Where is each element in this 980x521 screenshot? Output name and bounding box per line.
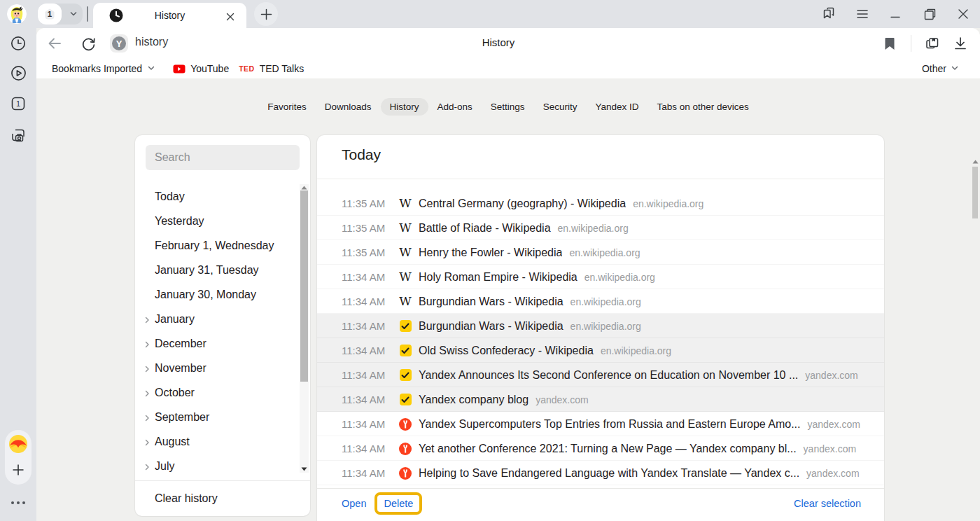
bookmark-youtube[interactable]: YouTube: [173, 63, 229, 74]
delete-highlight-box: Delete: [374, 492, 422, 515]
scrollbar-thumb[interactable]: [300, 190, 308, 382]
tabstrip-separator: [87, 6, 88, 22]
user-avatar[interactable]: [7, 4, 27, 24]
scroll-up-icon[interactable]: [971, 158, 979, 165]
history-row-title[interactable]: Henry the Fowler - Wikipedia: [419, 246, 562, 259]
delete-link[interactable]: Delete: [384, 498, 413, 509]
date-item-label: January 30, Monday: [155, 289, 256, 301]
browser-menu-icon[interactable]: [846, 0, 879, 28]
history-row[interactable]: 11:34 AMYandex Announces Its Second Conf…: [317, 363, 884, 387]
history-row-time: 11:34 AM: [342, 418, 391, 430]
page-title: History: [27, 36, 970, 48]
history-row-domain: en.wikipedia.org: [584, 272, 655, 283]
svg-text:1: 1: [48, 10, 52, 18]
history-row[interactable]: 11:35 AMWCentral Germany (geography) - W…: [317, 191, 884, 216]
selected-checkbox-icon[interactable]: [400, 345, 412, 356]
scroll-down-icon[interactable]: [300, 466, 309, 473]
history-row[interactable]: 11:34 AMWHoly Roman Empire - Wikipediaen…: [317, 265, 884, 289]
scrollbar-thumb[interactable]: [972, 167, 978, 218]
date-list-item[interactable]: September: [135, 405, 310, 429]
date-list-item[interactable]: July: [135, 454, 310, 478]
history-row-title[interactable]: Battle of Riade - Wikipedia: [419, 222, 551, 235]
history-row[interactable]: 11:34 AMYandex Supercomputers Top Entrie…: [317, 412, 884, 436]
sidebar: 1: [0, 0, 36, 521]
history-row[interactable]: 11:35 AMWBattle of Riade - Wikipediaen.w…: [317, 216, 884, 240]
selected-checkbox-icon[interactable]: [400, 394, 412, 405]
history-row[interactable]: 11:34 AMOld Swiss Confederacy - Wikipedi…: [317, 338, 884, 363]
new-tab-button[interactable]: [254, 2, 278, 26]
date-list-item[interactable]: December: [135, 331, 310, 356]
nav-tab-add-ons[interactable]: Add-ons: [428, 98, 482, 116]
page-scrollbar[interactable]: [970, 157, 980, 521]
tabs-panel-icon[interactable]: 1: [0, 92, 36, 116]
history-row-title[interactable]: Central Germany (geography) - Wikipedia: [419, 197, 626, 210]
bookmark-ted-talks[interactable]: TED TED Talks: [239, 63, 304, 74]
tab-strip: 1 History: [36, 0, 980, 28]
history-row-time: 11:34 AM: [342, 271, 391, 283]
selected-checkbox-icon[interactable]: [400, 320, 412, 332]
nav-tab-settings[interactable]: Settings: [482, 98, 534, 116]
date-list-scrollbar[interactable]: [300, 184, 309, 473]
window-minimize-icon[interactable]: [879, 0, 913, 28]
window-close-icon[interactable]: [946, 0, 980, 28]
sidebar-more-icon[interactable]: [0, 496, 36, 510]
history-row[interactable]: 11:35 AMWHenry the Fowler - Wikipediaen.…: [317, 240, 884, 265]
downloads-icon[interactable]: [946, 33, 974, 54]
sidebar-add-icon[interactable]: [0, 459, 36, 481]
history-row[interactable]: 11:34 AMYet another Conference 2021: Tur…: [317, 436, 884, 461]
history-row-title[interactable]: Old Swiss Confederacy - Wikipedia: [419, 345, 594, 357]
date-list-item[interactable]: February 1, Wednesday: [135, 233, 310, 258]
clear-selection-link[interactable]: Clear selection: [794, 498, 861, 509]
history-row-title[interactable]: Yandex company blog: [419, 394, 528, 406]
date-list-item[interactable]: January: [135, 307, 310, 331]
history-row-title[interactable]: Helping to Save Endangered Language with…: [419, 467, 799, 480]
nav-tab-security[interactable]: Security: [534, 98, 587, 116]
clear-history-button[interactable]: Clear history: [135, 480, 310, 516]
chevron-down-icon: [951, 63, 959, 74]
history-sidebar-icon[interactable]: [0, 32, 36, 55]
selected-checkbox-icon[interactable]: [400, 369, 412, 381]
history-row-domain: yandex.com: [536, 394, 588, 405]
collections-icon[interactable]: [918, 33, 946, 54]
nav-tab-tabs-on-other-devices[interactable]: Tabs on other devices: [648, 98, 757, 116]
active-tab[interactable]: History: [93, 3, 246, 28]
nav-tab-yandex-id[interactable]: Yandex ID: [586, 98, 648, 116]
bookmarks-folder[interactable]: Bookmarks Imported: [52, 63, 155, 74]
nav-tab-downloads[interactable]: Downloads: [316, 98, 381, 116]
yandex-browser-logo[interactable]: [8, 434, 28, 454]
window-restore-icon[interactable]: [913, 0, 946, 28]
toolbar: Y history History: [36, 28, 980, 78]
history-row-title[interactable]: Burgundian Wars - Wikipedia: [419, 296, 564, 308]
date-list-item[interactable]: November: [135, 356, 310, 380]
history-row-title[interactable]: Yandex Supercomputers Top Entries from R…: [419, 418, 800, 431]
history-row-title[interactable]: Burgundian Wars - Wikipedia: [419, 320, 564, 333]
date-item-label: July: [155, 460, 174, 473]
screenshot-icon[interactable]: [0, 123, 36, 147]
tab-close-icon[interactable]: [223, 9, 238, 25]
history-row-title[interactable]: Yet another Conference 2021: Turning a N…: [419, 443, 797, 455]
date-list-item[interactable]: January 30, Monday: [135, 282, 310, 307]
bookmark-page-icon[interactable]: [876, 33, 904, 54]
bookmarks-other-folder[interactable]: Other: [922, 63, 959, 74]
open-link[interactable]: Open: [342, 498, 366, 509]
history-row[interactable]: 11:34 AMBurgundian Wars - Wikipediaen.wi…: [317, 314, 884, 338]
history-row[interactable]: 11:34 AMWBurgundian Wars - Wikipediaen.w…: [317, 289, 884, 314]
date-list-item[interactable]: August: [135, 429, 310, 454]
date-list-item[interactable]: Today: [135, 184, 310, 209]
bookmarks-panel-icon[interactable]: [812, 0, 846, 28]
date-list-item[interactable]: January 31, Tuesday: [135, 258, 310, 282]
history-row[interactable]: 11:34 AMYandex company blogyandex.com: [317, 387, 884, 412]
wikipedia-favicon: W: [399, 197, 411, 209]
date-list-item[interactable]: October: [135, 380, 310, 405]
history-row[interactable]: 11:34 AMHelping to Save Endangered Langu…: [317, 461, 884, 485]
tab-group-control[interactable]: 1: [38, 4, 83, 25]
date-list-item[interactable]: Yesterday: [135, 209, 310, 233]
history-row-time: 11:34 AM: [342, 467, 391, 479]
nav-tab-history[interactable]: History: [381, 98, 428, 116]
history-row-title[interactable]: Holy Roman Empire - Wikipedia: [419, 271, 578, 284]
video-player-icon[interactable]: [0, 61, 36, 85]
history-row-title[interactable]: Yandex Announces Its Second Conference o…: [419, 369, 798, 382]
tab-group-count-badge[interactable]: 1: [38, 4, 62, 25]
search-input[interactable]: [146, 145, 300, 170]
nav-tab-favorites[interactable]: Favorites: [258, 98, 316, 116]
